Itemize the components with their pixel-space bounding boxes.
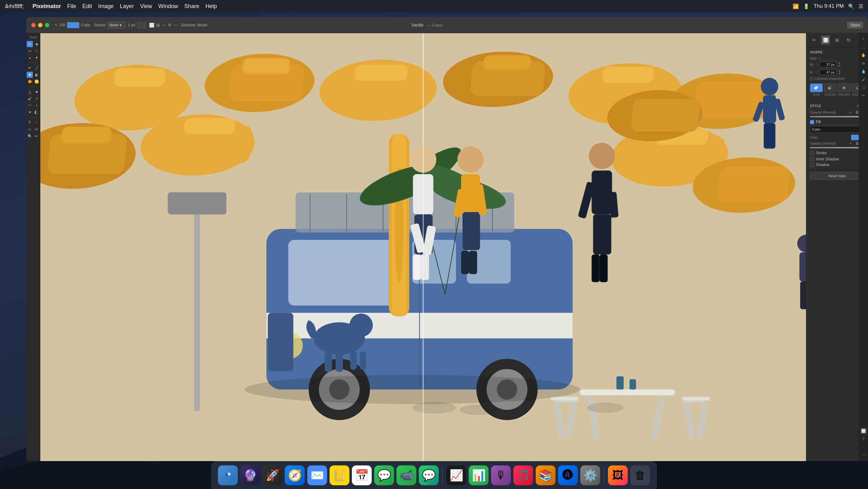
close-button[interactable] bbox=[31, 23, 36, 27]
h-stepper[interactable]: ▲ ▼ bbox=[839, 69, 841, 75]
burn-tool[interactable]: 🌘 bbox=[33, 109, 40, 115]
dock-appstore[interactable]: 🅐 bbox=[558, 465, 578, 485]
fill-checkbox[interactable]: ✓ bbox=[810, 120, 814, 124]
fill-opacity-slider[interactable] bbox=[810, 147, 864, 148]
shadow-checkbox[interactable] bbox=[810, 163, 814, 167]
edge-hand-tool[interactable]: ✋ bbox=[860, 52, 867, 59]
rect-tool[interactable]: ▭ bbox=[27, 48, 33, 54]
menu-edit[interactable]: Edit bbox=[80, 0, 95, 12]
arrow-tool[interactable]: ↖ bbox=[27, 41, 33, 47]
dock-safari[interactable]: 🧭 bbox=[285, 465, 305, 485]
dock-facetime[interactable]: 📹 bbox=[397, 465, 416, 485]
edge-text-tool[interactable]: T bbox=[860, 436, 867, 442]
crop-tool[interactable]: ⊹ bbox=[27, 126, 33, 133]
panel-fx-icon[interactable]: fx bbox=[844, 36, 853, 45]
flip-icon[interactable]: ↔ bbox=[162, 23, 166, 28]
edge-eyedrop-tool[interactable]: 💧 bbox=[860, 68, 867, 75]
menu-view[interactable]: View bbox=[137, 0, 155, 12]
menu-window[interactable]: Window bbox=[155, 0, 181, 12]
shape-tool[interactable]: △ bbox=[27, 89, 33, 95]
node-tool[interactable]: ◈ bbox=[33, 41, 40, 47]
edge-brush-tool[interactable]: 🖌 bbox=[860, 76, 867, 83]
rotate-icon[interactable]: ↻ bbox=[168, 23, 172, 28]
edge-arrow-tool[interactable]: ↖ bbox=[860, 36, 867, 42]
styles-button[interactable]: Styles bbox=[847, 22, 863, 29]
dock-photos[interactable]: 🖼 bbox=[608, 465, 628, 485]
dock-stocks[interactable]: 📈 bbox=[446, 465, 466, 485]
slice-tool[interactable]: ✄ bbox=[33, 126, 40, 133]
menu-help[interactable]: Help bbox=[203, 0, 220, 12]
height-input[interactable]: 47 px bbox=[819, 69, 837, 75]
dock-numbers[interactable]: 📊 bbox=[469, 465, 489, 485]
magic-tool[interactable]: ✦ bbox=[33, 55, 40, 61]
edge-rect-shape[interactable]: ⬜ bbox=[860, 428, 867, 434]
menu-pixelmator[interactable]: Pixelmator bbox=[29, 0, 64, 12]
maximize-button[interactable] bbox=[45, 23, 49, 27]
edge-zoom-tool[interactable]: ⊕ bbox=[860, 60, 867, 67]
notification-icon[interactable]: ☰ bbox=[859, 3, 863, 9]
edge-dot-tool[interactable]: · bbox=[860, 444, 867, 451]
minimize-button[interactable] bbox=[38, 23, 42, 27]
subtract-btn[interactable] bbox=[824, 83, 837, 92]
arrange-icon[interactable]: ⊞ bbox=[156, 23, 160, 28]
stroke-color-picker[interactable] bbox=[137, 22, 146, 28]
reset-style-button[interactable]: Reset Style bbox=[810, 172, 864, 180]
dock-launchpad[interactable]: 🚀 bbox=[262, 465, 282, 485]
panel-pen-icon[interactable]: ✏ bbox=[810, 36, 818, 45]
heart-tool[interactable]: ♥ bbox=[33, 119, 40, 126]
w-stepper[interactable]: ▲ ▼ bbox=[839, 61, 841, 67]
eyedropper-tool[interactable]: 🔶 bbox=[27, 79, 33, 85]
align-icon[interactable]: ⬜ bbox=[149, 23, 154, 28]
dock-podcasts[interactable]: 🎙 bbox=[491, 465, 511, 485]
inner-shadow-checkbox[interactable] bbox=[810, 157, 814, 161]
dock-messages[interactable]: 💬 bbox=[374, 465, 394, 485]
brush-tool[interactable]: 🖌 bbox=[27, 95, 33, 102]
canvas-area[interactable] bbox=[40, 33, 806, 461]
stroke-dropdown[interactable]: None ▾ bbox=[107, 22, 126, 29]
constrain-checkbox[interactable] bbox=[810, 77, 813, 80]
more-icon[interactable]: ⋯ bbox=[174, 23, 178, 28]
stroke-checkbox[interactable] bbox=[810, 151, 814, 155]
edge-clone-tool[interactable]: ⬡ bbox=[860, 84, 867, 91]
line-tool[interactable]: ╱ bbox=[33, 65, 40, 71]
lasso-tool[interactable]: ⬧ bbox=[27, 55, 33, 61]
opacity-slider[interactable] bbox=[810, 116, 864, 117]
search-icon[interactable]: 🔍 bbox=[848, 3, 855, 9]
blur-tool[interactable]: ⚬ bbox=[33, 103, 40, 109]
zoom-tool[interactable]: 🔍 bbox=[27, 133, 33, 139]
dock-messages2[interactable]: 💬 bbox=[419, 465, 439, 485]
edge-settings-icon[interactable]: ⋯ bbox=[860, 452, 867, 459]
shape2-tool[interactable]: ★ bbox=[33, 89, 40, 95]
dock-trash[interactable]: 🗑 bbox=[630, 465, 650, 485]
dock-systemprefs[interactable]: ⚙️ bbox=[580, 465, 600, 485]
dock-calendar[interactable]: 📅 bbox=[352, 465, 372, 485]
dock-mail[interactable]: ✉️ bbox=[307, 465, 327, 485]
fill-tool[interactable]: ■ bbox=[27, 72, 33, 78]
dock-music[interactable]: 🎵 bbox=[514, 465, 533, 485]
menu-file[interactable]: File bbox=[64, 0, 80, 12]
panel-grid-icon[interactable]: ⊞ bbox=[833, 36, 841, 45]
unite-btn[interactable] bbox=[810, 83, 823, 92]
panel-shapes-icon[interactable]: ⬜ bbox=[821, 36, 830, 45]
color-swatch[interactable] bbox=[851, 135, 860, 140]
intersect-btn[interactable] bbox=[838, 83, 850, 92]
text-tool[interactable]: T bbox=[27, 119, 33, 126]
menu-layer[interactable]: Layer bbox=[117, 0, 137, 12]
measure-tool[interactable]: ⊨ bbox=[33, 133, 40, 139]
dock-siri[interactable]: 🔮 bbox=[240, 465, 260, 485]
edge-pencil-tool[interactable]: ✏ bbox=[860, 92, 867, 99]
apple-menu[interactable]: &#xf8ff; bbox=[5, 3, 24, 10]
dock-books[interactable]: 📚 bbox=[536, 465, 556, 485]
fill-type-dropdown[interactable]: Color ▾ bbox=[810, 126, 864, 133]
menu-image[interactable]: Image bbox=[95, 0, 117, 12]
gradient-tool[interactable]: ◐ bbox=[33, 72, 40, 78]
edge-select-tool[interactable]: ⬚ bbox=[860, 44, 867, 51]
dock-notes[interactable]: 📒 bbox=[330, 465, 349, 485]
heal-tool[interactable]: ⚕ bbox=[33, 95, 40, 102]
ellipse-tool[interactable]: ○ bbox=[33, 48, 40, 54]
fill-color-swatch[interactable] bbox=[67, 22, 80, 28]
menu-share[interactable]: Share bbox=[181, 0, 203, 12]
pen-tool[interactable]: ✏ bbox=[27, 65, 33, 71]
color2-tool[interactable]: 🟡 bbox=[33, 79, 40, 85]
smudge-tool[interactable]: 〰 bbox=[27, 103, 33, 109]
